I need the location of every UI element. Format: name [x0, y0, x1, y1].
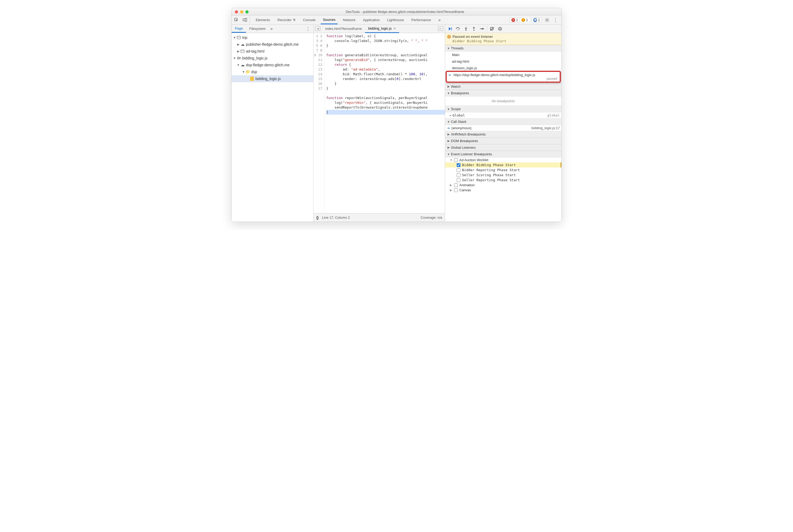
svg-point-6	[466, 30, 467, 31]
svg-rect-11	[500, 28, 501, 30]
nav-back-icon[interactable]: ◀	[315, 26, 320, 31]
thread-item[interactable]: Main	[445, 52, 561, 58]
tab-lighthouse[interactable]: Lighthouse	[385, 16, 406, 24]
tree-label: bidding_logic.js	[242, 56, 268, 60]
tree-frame-adtag[interactable]: ▶ ad-tag.html	[232, 48, 313, 55]
tree-label: bidding_logic.js	[256, 77, 281, 81]
step-out-icon[interactable]	[471, 26, 477, 32]
section-dom-breakpoints[interactable]: ▶DOM Breakpoints	[445, 138, 561, 144]
step-over-icon[interactable]	[455, 26, 461, 32]
window-title: DevTools - publisher-fledge-demo.glitch.…	[249, 10, 561, 14]
gears-icon: ⚙⚙	[237, 56, 241, 60]
breakpoint-checkbox[interactable]	[457, 173, 460, 177]
deactivate-breakpoints-icon[interactable]	[489, 26, 495, 32]
disclosure-triangle-icon: ▶	[237, 50, 240, 53]
thread-item[interactable]: decision_logic.js	[445, 65, 561, 71]
svg-rect-4	[451, 27, 452, 31]
titlebar: DevTools - publisher-fledge-demo.glitch.…	[232, 8, 561, 16]
stack-frame[interactable]: ➔ (anonymous) bidding_logic.js:17	[445, 125, 561, 131]
minimize-window-button[interactable]	[240, 10, 243, 14]
breakpoint-checkbox[interactable]	[457, 163, 460, 167]
section-watch[interactable]: ▶Watch	[445, 83, 561, 90]
disclosure-triangle-icon: ▼	[450, 158, 453, 162]
close-tab-icon[interactable]: ✕	[393, 27, 396, 31]
elbp-category[interactable]: ▶ Animation	[445, 183, 561, 188]
navigator-menu-icon[interactable]: ⋮	[303, 26, 313, 32]
category-checkbox[interactable]	[454, 183, 458, 187]
section-breakpoints[interactable]: ▼Breakpoints	[445, 90, 561, 96]
info-icon: i	[447, 35, 451, 39]
section-callstack[interactable]: ▼Call Stack	[445, 118, 561, 125]
pretty-print-icon[interactable]: {}	[316, 215, 318, 220]
warnings-badge[interactable]: !1	[520, 18, 530, 22]
tree-label: top	[242, 35, 247, 40]
elbp-item[interactable]: Bidder Bidding Phase Start	[445, 163, 561, 168]
section-event-listener-breakpoints[interactable]: ▼Event Listener Breakpoints	[445, 151, 561, 157]
elbp-item[interactable]: Bidder Reporting Phase Start	[445, 168, 561, 172]
tab-console[interactable]: Console	[301, 16, 318, 24]
pause-on-exceptions-icon[interactable]	[497, 26, 503, 32]
tree-file-bidding-logic[interactable]: bidding_logic.js	[232, 75, 313, 82]
section-global-listeners[interactable]: ▶Global Listeners	[445, 144, 561, 151]
step-into-icon[interactable]	[463, 26, 469, 32]
js-file-icon	[250, 77, 254, 81]
elbp-category[interactable]: ▶ Canvas	[445, 188, 561, 193]
breakpoint-checkbox[interactable]	[457, 178, 460, 182]
navigator-more-icon[interactable]: »	[270, 26, 273, 31]
tab-performance[interactable]: Performance	[409, 16, 433, 24]
tab-recorder[interactable]: Recorder⚗	[275, 16, 298, 24]
errors-badge[interactable]: ✕1	[510, 18, 520, 22]
disclosure-triangle-icon: ▶	[450, 184, 453, 187]
category-checkbox[interactable]	[454, 158, 458, 162]
scope-global-row[interactable]: ▶ Global global	[445, 112, 561, 118]
step-icon[interactable]	[479, 26, 485, 32]
device-toolbar-icon[interactable]	[242, 17, 248, 23]
code-content: function log(label, o) { console.log(lab…	[325, 33, 445, 213]
tree-origin-publisher[interactable]: ▶ ☁ publisher-fledge-demo.glitch.me	[232, 41, 313, 48]
tab-elements[interactable]: Elements	[253, 16, 272, 24]
devtools-window: DevTools - publisher-fledge-demo.glitch.…	[231, 8, 562, 222]
section-xhr-breakpoints[interactable]: ▶XHR/fetch Breakpoints	[445, 131, 561, 138]
zoom-window-button[interactable]	[245, 10, 249, 14]
navigator-tab-page[interactable]: Page	[232, 25, 246, 33]
debugger-toolbar	[445, 24, 561, 33]
svg-point-8	[483, 28, 484, 29]
tab-network[interactable]: Network	[341, 16, 358, 24]
elbp-item[interactable]: Seller Reporting Phase Start	[445, 177, 561, 183]
elbp-category[interactable]: ▼ Ad Auction Worklet	[445, 157, 561, 163]
thread-item-current[interactable]: ➔ https://dsp-fledge-demo.glitch.me/dsp/…	[446, 71, 561, 83]
inspect-element-icon[interactable]	[233, 17, 240, 23]
editor-tabs: ◀ index.html?fencedframe bidding_logic.j…	[314, 24, 445, 33]
tab-sources[interactable]: Sources	[321, 16, 338, 24]
breakpoint-checkbox[interactable]	[457, 168, 460, 172]
tree-frame-top[interactable]: ▼ top	[232, 34, 313, 41]
navigator-tab-filesystem[interactable]: Filesystem	[246, 25, 269, 32]
settings-icon[interactable]	[544, 17, 550, 23]
tab-application[interactable]: Application	[361, 16, 382, 24]
disclosure-triangle-icon: ▶	[237, 43, 240, 46]
tree-label: publisher-fledge-demo.glitch.me	[246, 42, 299, 46]
coverage-status: Coverage: n/a	[420, 215, 442, 220]
section-scope[interactable]: ▼Scope	[445, 106, 561, 112]
more-menu-icon[interactable]: ⋮	[552, 17, 559, 23]
nav-forward-icon[interactable]: ▶	[438, 26, 443, 31]
svg-point-3	[547, 19, 548, 21]
line-gutter: 1 2 3 4 5 6 7 8 9 10 11 12 13 14 15 16 1…	[314, 33, 325, 213]
thread-item[interactable]: ad-tag.html	[445, 58, 561, 65]
paused-detail: Bidder Bidding Phase Start	[453, 39, 559, 43]
messages-badge[interactable]: 💬1	[531, 18, 542, 22]
elbp-item[interactable]: Seller Scoring Phase Start	[445, 172, 561, 177]
tree-worklet[interactable]: ▼ ⚙⚙ bidding_logic.js	[232, 55, 313, 61]
category-checkbox[interactable]	[454, 188, 458, 192]
code-editor[interactable]: 1 2 3 4 5 6 7 8 9 10 11 12 13 14 15 16 1…	[314, 33, 445, 213]
resume-icon[interactable]	[447, 26, 453, 32]
more-tabs-icon[interactable]: »	[436, 16, 443, 24]
tree-origin-dsp[interactable]: ▼ ☁ dsp-fledge-demo.glitch.me	[232, 61, 313, 69]
cloud-icon: ☁	[240, 42, 245, 47]
tree-folder-dsp[interactable]: ▼ 📁 dsp	[232, 69, 313, 75]
editor-tab-index[interactable]: index.html?fencedframe	[322, 24, 365, 33]
section-threads[interactable]: ▼Threads	[445, 45, 561, 52]
current-frame-arrow-icon: ➔	[447, 126, 450, 130]
close-window-button[interactable]	[235, 10, 238, 14]
editor-tab-bidding-logic[interactable]: bidding_logic.js✕	[365, 24, 399, 33]
